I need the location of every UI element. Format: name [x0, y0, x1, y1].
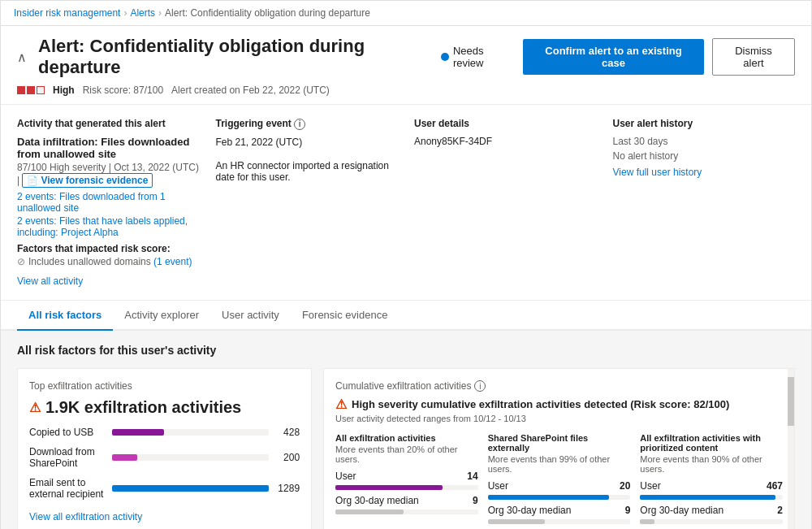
status-badge: Needs review — [441, 45, 515, 69]
top-exfil-panel: Top exfiltration activities ⚠ 1.9K exfil… — [17, 368, 312, 529]
breadcrumb: Insider risk management › Alerts › Alert… — [1, 1, 811, 26]
stat-value-3-median: 2 — [777, 505, 783, 516]
forensic-evidence-link[interactable]: 📄 View forensic evidence — [22, 173, 153, 188]
risk-squares — [17, 86, 45, 94]
view-full-history-link[interactable]: View full user history — [613, 167, 796, 178]
stat-row-3-median: Org 30-day median 2 — [640, 505, 783, 516]
stat-row-3-user: User 467 — [640, 480, 783, 492]
breadcrumb-link-insider[interactable]: Insider risk management — [14, 7, 120, 19]
view-all-exfil: View all exfiltration activity — [29, 511, 300, 522]
bar-value-sharepoint: 200 — [275, 452, 300, 463]
risk-sq-2 — [27, 86, 35, 94]
collapse-button[interactable]: ∧ — [17, 50, 27, 65]
activity-data-title: Data infiltration: Files downloaded from… — [17, 136, 200, 160]
cumul-exfil-panel: Cumulative exfiltration activities i ⚠ H… — [323, 368, 795, 529]
status-label: Needs review — [453, 45, 515, 69]
factor-text-1: Includes unallowed domains (1 event) — [28, 256, 192, 267]
tab-forensic-evidence[interactable]: Forensic evidence — [291, 301, 400, 331]
scrollbar-thumb[interactable] — [788, 377, 794, 426]
warning-icon: ⚠ — [29, 400, 41, 415]
stat-value-3-user: 467 — [767, 480, 783, 492]
breadcrumb-current: Alert: Confidentiality obligation during… — [165, 7, 370, 19]
risk-sq-3 — [37, 86, 45, 94]
stat-col-2-sub: More events than 99% of other users. — [488, 454, 631, 474]
stat-value-2-user: 20 — [620, 480, 630, 492]
bar-fill-usb — [112, 429, 164, 436]
stat-bar-fill-1-user — [335, 485, 443, 490]
alert-history-title: User alert history — [613, 118, 796, 129]
alert-grid: Activity that generated this alert Data … — [17, 118, 795, 287]
stat-label-3-median: Org 30-day median — [640, 505, 723, 516]
tab-all-risk-factors[interactable]: All risk factors — [17, 301, 113, 331]
stat-bar-2-user — [488, 495, 631, 500]
bar-label-usb: Copied to USB — [29, 427, 107, 438]
tab-activity-explorer[interactable]: Activity explorer — [113, 301, 210, 331]
bar-label-email: Email sent to external recipient — [29, 477, 107, 500]
alert-history-period: Last 30 days — [613, 136, 796, 147]
user-details-title: User details — [414, 118, 597, 129]
stat-label-3-user: User — [640, 480, 660, 492]
view-all-exfil-link[interactable]: View all exfiltration activity — [29, 511, 142, 522]
bar-container-sharepoint — [112, 454, 269, 461]
status-dot — [441, 53, 449, 61]
bar-container-usb — [112, 429, 269, 436]
user-details-col: User details Anony85KF-34DF — [414, 118, 597, 287]
risk-score: Risk score: 87/100 — [83, 85, 163, 96]
cumul-info-icon[interactable]: i — [474, 380, 486, 392]
stat-bar-1-median — [335, 509, 478, 514]
exfil-count: ⚠ 1.9K exfiltration activities — [29, 398, 300, 417]
exfil-count-text: 1.9K exfiltration activities — [45, 398, 241, 417]
stat-row-2-user: User 20 — [488, 480, 631, 492]
dismiss-alert-button[interactable]: Dismiss alert — [712, 38, 795, 76]
factor-item-1: ⊘ Includes unallowed domains (1 event) — [17, 256, 200, 267]
stat-col-1-sub: More events than 20% of other users. — [335, 444, 478, 464]
stat-label-2-user: User — [488, 480, 508, 492]
breadcrumb-link-alerts[interactable]: Alerts — [130, 7, 155, 19]
stat-bar-fill-2-median — [488, 519, 545, 524]
stat-col-1: All exfiltration activities More events … — [335, 433, 478, 529]
no-history-text: No alert history — [613, 150, 796, 162]
stats-grid: All exfiltration activities More events … — [335, 433, 783, 529]
cumul-warning-icon: ⚠ — [335, 397, 347, 412]
breadcrumb-sep-2: › — [158, 7, 162, 19]
activity-subtitle: 87/100 High severity | Oct 13, 2022 (UTC… — [17, 162, 200, 188]
event-link-1[interactable]: 2 events: Files downloaded from 1 unallo… — [17, 191, 200, 214]
stat-bar-2-median — [488, 519, 631, 524]
triggering-description: An HR connector imported a resignation d… — [216, 160, 399, 183]
breadcrumb-sep-1: › — [123, 7, 127, 19]
bar-label-sharepoint: Download from SharePoint — [29, 446, 107, 469]
triggering-info-icon[interactable]: i — [294, 119, 305, 130]
stat-col-1-title: All exfiltration activities — [335, 433, 478, 443]
risk-sq-1 — [17, 86, 25, 94]
triggering-title: Triggering event — [216, 118, 292, 129]
forensic-link-label: View forensic evidence — [41, 175, 148, 186]
stat-col-3: All exfiltration activities with priorit… — [640, 433, 783, 529]
page-title: Alert: Confidentiality obligation during… — [38, 36, 441, 78]
stat-row-2-median: Org 30-day median 9 — [488, 505, 631, 516]
stat-bar-fill-3-user — [640, 495, 775, 500]
cumul-severity-text: High severity cumulative exfiltration ac… — [352, 398, 729, 410]
stat-bar-1-user — [335, 485, 478, 490]
view-all-activity-link[interactable]: View all activity — [17, 275, 200, 287]
risk-info: High Risk score: 87/100 Alert created on… — [17, 85, 795, 96]
risk-panels: Top exfiltration activities ⚠ 1.9K exfil… — [17, 368, 795, 529]
factor-link-1[interactable]: (1 event) — [153, 256, 192, 267]
tab-user-activity[interactable]: User activity — [210, 301, 291, 331]
header-section: ∧ Alert: Confidentiality obligation duri… — [1, 26, 811, 105]
stat-col-2-title: Shared SharePoint files externally — [488, 433, 631, 453]
cumul-title-text: Cumulative exfiltration activities — [335, 380, 471, 392]
stat-col-3-title: All exfiltration activities with priorit… — [640, 433, 783, 453]
stat-col-2: Shared SharePoint files externally More … — [488, 433, 631, 529]
tabs-bar: All risk factors Activity explorer User … — [1, 301, 811, 331]
cumul-title: Cumulative exfiltration activities i — [335, 380, 783, 392]
bar-value-usb: 428 — [275, 427, 300, 438]
confirm-alert-button[interactable]: Confirm alert to an existing case — [523, 39, 704, 75]
user-id: Anony85KF-34DF — [414, 136, 597, 147]
scrollbar-track[interactable] — [788, 369, 794, 529]
stat-label-2-median: Org 30-day median — [488, 505, 572, 516]
stat-row-1-user: User 14 — [335, 470, 478, 482]
stat-label-1-median: Org 30-day median — [335, 495, 419, 506]
stat-value-2-median: 9 — [625, 505, 631, 516]
event-link-2[interactable]: 2 events: Files that have labels applied… — [17, 215, 200, 238]
bar-row-usb: Copied to USB 428 — [29, 427, 300, 438]
